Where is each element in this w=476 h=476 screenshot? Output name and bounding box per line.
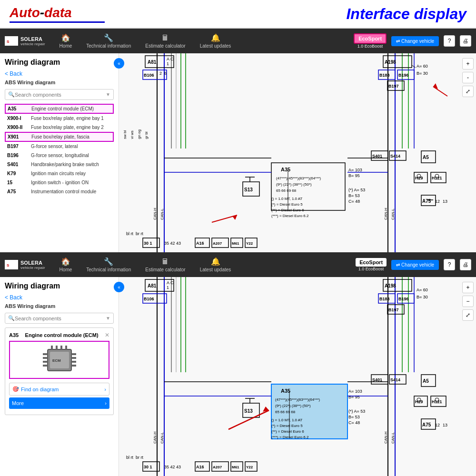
list-item[interactable]: S401 Handbrake/parking brake switch bbox=[5, 160, 114, 169]
component-code: S401 bbox=[7, 162, 29, 167]
change-icon-2: ⇄ bbox=[396, 262, 400, 268]
component-name: Handbrake/parking brake switch bbox=[31, 162, 99, 167]
search-input-2[interactable] bbox=[15, 316, 106, 321]
list-item[interactable]: X901 Fuse box/relay plate, fascia bbox=[5, 132, 114, 142]
svg-text:13: 13 bbox=[443, 199, 447, 204]
component-name: Fuse box/relay plate, engine bay 2 bbox=[31, 125, 104, 130]
svg-text:B= 53: B= 53 bbox=[348, 193, 360, 198]
component-code: K79 bbox=[7, 171, 29, 176]
help-button-2[interactable]: ? bbox=[444, 259, 455, 270]
detail-close[interactable]: ✕ bbox=[105, 332, 109, 338]
nav-home[interactable]: 🏠 Home bbox=[60, 33, 72, 49]
component-image-box: ECM bbox=[9, 341, 109, 379]
list-item[interactable]: X900-I Fuse box/relay plate, engine bay … bbox=[5, 114, 114, 123]
change-vehicle-label-2: Change vehicle bbox=[401, 262, 434, 268]
home-icon-2: 🏠 bbox=[61, 257, 70, 266]
sidebar-2: Wiring diagram « < Back ABS Wiring diagr… bbox=[0, 277, 119, 476]
change-vehicle-button[interactable]: ⇄ Change vehicle bbox=[391, 36, 439, 46]
component-code: X900-II bbox=[7, 125, 29, 130]
nav-technical[interactable]: 🔧 Technical information bbox=[86, 33, 131, 49]
vehicle-badge: EcoSport bbox=[354, 33, 387, 44]
svg-text:CAN-L: CAN-L bbox=[160, 208, 164, 220]
more-button[interactable]: More › bbox=[9, 397, 109, 409]
svg-text:B= 30: B= 30 bbox=[416, 71, 428, 76]
svg-rect-105 bbox=[43, 361, 48, 363]
change-vehicle-button-2[interactable]: ⇄ Change vehicle bbox=[391, 260, 439, 270]
list-item[interactable]: X900-II Fuse box/relay plate, engine bay… bbox=[5, 123, 114, 132]
find-on-diagram-button[interactable]: 🎯 Find on diagram › bbox=[9, 383, 109, 396]
print-button-2[interactable]: 🖨 bbox=[460, 259, 471, 270]
svg-text:(***) = Diesel Euro 6.2: (***) = Diesel Euro 6.2 bbox=[271, 214, 309, 218]
svg-text:A35: A35 bbox=[281, 388, 290, 394]
component-name: Instrumentation control module bbox=[31, 189, 96, 194]
zoom-out-2[interactable]: − bbox=[462, 296, 474, 307]
nav-right-2: EcoSport 1.0 EcoBoost ⇄ Change vehicle ?… bbox=[356, 258, 471, 271]
wrench-icon-2: 🔧 bbox=[104, 257, 113, 266]
svg-text:B= 30: B= 30 bbox=[416, 295, 428, 299]
list-item[interactable]: A35 Engine control module (ECM) bbox=[5, 104, 114, 114]
svg-text:1: 1 bbox=[167, 61, 169, 66]
list-item[interactable]: K79 Ignition main circuits relay bbox=[5, 169, 114, 178]
nav-home-label: Home bbox=[60, 43, 72, 49]
zoom-in-2[interactable]: + bbox=[462, 282, 474, 293]
back-link-2[interactable]: < Back bbox=[5, 294, 114, 301]
svg-text:B= 53: B= 53 bbox=[348, 415, 360, 419]
wiring-diagram-2: A81 A C 1 B106 A35 (47***)(45***)(83***)… bbox=[119, 277, 476, 476]
list-item[interactable]: 15 Ignition switch - ignition ON bbox=[5, 178, 114, 187]
collapse-button-1[interactable]: « bbox=[114, 58, 124, 69]
nav-estimate[interactable]: 🖩 Estimate calculator bbox=[145, 34, 185, 49]
svg-text:bl rt: bl rt bbox=[126, 231, 134, 236]
detail-name: Engine control module (ECM) bbox=[25, 332, 99, 338]
section-label-2: ABS Wiring diagram bbox=[5, 303, 114, 309]
search-icon-2: 🔍 bbox=[8, 315, 15, 321]
solera-logo-2: S SOLERA vehicle repair bbox=[5, 260, 45, 270]
navbar-1: S SOLERA vehicle repair 🏠 Home 🔧 Technic… bbox=[0, 29, 476, 53]
svg-rect-112 bbox=[56, 346, 58, 349]
search-icon-1: 🔍 bbox=[8, 91, 15, 98]
vehicle-model-2: 1.0 EcoBoost bbox=[358, 267, 384, 271]
fit-2[interactable]: ⤢ bbox=[462, 309, 474, 321]
zoom-out-1[interactable]: - bbox=[462, 72, 474, 83]
component-name: G-force sensor, longitudinal bbox=[31, 153, 89, 158]
calculator-icon-2: 🖩 bbox=[161, 258, 169, 266]
dropdown-icon-1[interactable]: ▼ bbox=[106, 92, 110, 97]
nav-estimate-2[interactable]: 🖩 Estimate calculator bbox=[145, 258, 185, 272]
zoom-in-1[interactable]: + bbox=[462, 58, 474, 69]
bell-icon-2: 🔔 bbox=[211, 257, 220, 266]
svg-text:S: S bbox=[7, 40, 10, 44]
svg-text:CAN-H: CAN-H bbox=[384, 431, 388, 444]
search-box-2: 🔍 ▼ bbox=[5, 313, 114, 324]
svg-text:B196: B196 bbox=[398, 73, 409, 78]
nav-technical-2[interactable]: 🔧 Technical information bbox=[86, 257, 131, 272]
svg-text:B188: B188 bbox=[379, 73, 390, 78]
svg-text:A= 103: A= 103 bbox=[348, 389, 362, 394]
list-item[interactable]: B197 G-force sensor, lateral bbox=[5, 142, 114, 151]
component-code: B197 bbox=[7, 144, 29, 149]
nav-updates[interactable]: 🔔 Latest updates bbox=[200, 33, 231, 49]
svg-text:M61: M61 bbox=[232, 241, 239, 246]
print-button-1[interactable]: 🖨 bbox=[460, 35, 471, 47]
svg-text:6: 6 bbox=[164, 71, 167, 76]
dropdown-icon-2[interactable]: ▼ bbox=[106, 316, 110, 321]
sidebar-1: Wiring diagram « < Back ABS Wiring diagr… bbox=[0, 53, 119, 252]
component-code: A35 bbox=[8, 106, 29, 111]
fit-1[interactable]: ⤢ bbox=[462, 86, 474, 97]
svg-text:C: C bbox=[170, 280, 174, 285]
back-link-1[interactable]: < Back bbox=[5, 70, 114, 77]
section-label-1: ABS Wiring diagram bbox=[5, 79, 114, 85]
svg-text:CAN-L: CAN-L bbox=[160, 432, 164, 444]
right-controls-2: + − ⤢ bbox=[462, 282, 474, 321]
list-item[interactable]: A75 Instrumentation control module bbox=[5, 187, 114, 196]
help-button-1[interactable]: ? bbox=[444, 35, 455, 47]
nav-home-2[interactable]: 🏠 Home bbox=[60, 257, 72, 272]
svg-text:M61: M61 bbox=[232, 465, 239, 469]
search-input-1[interactable] bbox=[15, 92, 106, 98]
svg-text:(9*) (22*) (38**) (50*): (9*) (22*) (38**) (50*) bbox=[275, 404, 311, 408]
banner-title: Interface display bbox=[346, 5, 466, 23]
nav-updates-2[interactable]: 🔔 Latest updates bbox=[200, 257, 231, 272]
svg-rect-104 bbox=[43, 357, 48, 359]
collapse-button-2[interactable]: « bbox=[114, 282, 124, 292]
svg-rect-110 bbox=[71, 365, 76, 367]
svg-rect-113 bbox=[60, 346, 62, 349]
list-item[interactable]: B196 G-force sensor, longitudinal bbox=[5, 151, 114, 160]
